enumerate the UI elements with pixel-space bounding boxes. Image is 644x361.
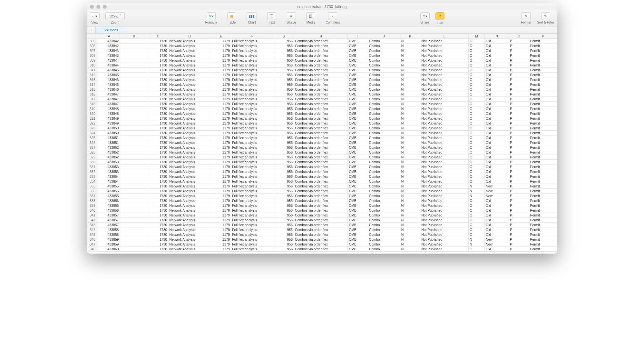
column-header-O[interactable]: O bbox=[509, 34, 529, 39]
cell[interactable]: Old bbox=[485, 135, 509, 140]
cell[interactable]: Not Published bbox=[420, 92, 469, 97]
cell[interactable]: CMB bbox=[348, 165, 368, 169]
cell[interactable]: New bbox=[485, 194, 509, 198]
cell[interactable]: Old bbox=[485, 223, 509, 227]
cell[interactable]: Network Analysis bbox=[168, 189, 211, 194]
cell[interactable]: Combo bbox=[368, 39, 400, 44]
cell[interactable]: CMB bbox=[348, 145, 368, 150]
cell[interactable]: 1179 bbox=[211, 87, 231, 92]
cell[interactable] bbox=[120, 155, 148, 160]
view-button[interactable]: ▭▾ bbox=[90, 12, 100, 20]
row-header[interactable]: 316 bbox=[87, 92, 98, 97]
cell[interactable]: 1179 bbox=[211, 126, 231, 131]
cell[interactable]: 1179 bbox=[211, 179, 231, 184]
row-header[interactable]: 314 bbox=[87, 82, 98, 87]
cell[interactable]: Not Published bbox=[420, 194, 469, 198]
cell[interactable]: Old bbox=[485, 126, 509, 131]
cell[interactable]: Old bbox=[485, 218, 509, 223]
cell[interactable] bbox=[120, 237, 148, 242]
cell[interactable]: 1179 bbox=[211, 58, 231, 63]
cell[interactable]: Network Analysis bbox=[168, 140, 211, 145]
cell[interactable] bbox=[120, 97, 148, 102]
add-sheet-button[interactable]: + bbox=[87, 26, 96, 33]
cell[interactable]: Full flex analysis bbox=[231, 189, 274, 194]
row-header[interactable]: 343 bbox=[87, 223, 98, 227]
cell[interactable]: 1179 bbox=[211, 82, 231, 87]
cell[interactable]: 1730 bbox=[148, 184, 168, 189]
row-header[interactable]: 331 bbox=[87, 165, 98, 169]
cell[interactable] bbox=[120, 63, 148, 68]
cell[interactable]: Combo bbox=[368, 111, 400, 116]
cell[interactable]: CMB bbox=[348, 92, 368, 97]
cell[interactable]: O bbox=[469, 121, 485, 126]
cell[interactable]: 433849 bbox=[98, 116, 120, 121]
cell[interactable]: CMB bbox=[348, 237, 368, 242]
cell[interactable]: P bbox=[509, 111, 529, 116]
column-header-P[interactable]: P bbox=[529, 34, 557, 39]
cell[interactable]: Full flex analysis bbox=[231, 53, 274, 58]
cell[interactable]: Permit bbox=[529, 63, 557, 68]
cell[interactable]: 433843 bbox=[98, 48, 120, 53]
cell[interactable]: Network Analysis bbox=[168, 169, 211, 174]
cell[interactable]: Network Analysis bbox=[168, 160, 211, 165]
cell[interactable]: Combos via order flex bbox=[294, 169, 348, 174]
cell[interactable] bbox=[120, 145, 148, 150]
cell[interactable]: 956 bbox=[274, 97, 294, 102]
cell[interactable]: 1730 bbox=[148, 237, 168, 242]
cell[interactable]: 956 bbox=[274, 145, 294, 150]
cell[interactable]: O bbox=[469, 213, 485, 218]
cell[interactable]: 433855 bbox=[98, 184, 120, 189]
cell[interactable]: CMB bbox=[348, 174, 368, 179]
cell[interactable]: Old bbox=[485, 232, 509, 237]
cell[interactable]: Combo bbox=[368, 242, 400, 247]
cell[interactable]: CMB bbox=[348, 218, 368, 223]
cell[interactable]: 956 bbox=[274, 106, 294, 111]
cell[interactable]: Old bbox=[485, 58, 509, 63]
cell[interactable]: Combos via order flex bbox=[294, 237, 348, 242]
cell[interactable]: 433846 bbox=[98, 82, 120, 87]
cell[interactable]: 956 bbox=[274, 87, 294, 92]
cell[interactable]: 1730 bbox=[148, 77, 168, 82]
cell[interactable]: CMB bbox=[348, 102, 368, 106]
cell[interactable]: Not Published bbox=[420, 87, 469, 92]
cell[interactable]: Combo bbox=[368, 174, 400, 179]
cell[interactable]: N bbox=[400, 160, 420, 165]
cell[interactable]: CMB bbox=[348, 121, 368, 126]
cell[interactable]: Not Published bbox=[420, 44, 469, 48]
cell[interactable]: 1179 bbox=[211, 97, 231, 102]
cell[interactable]: Combo bbox=[368, 135, 400, 140]
cell[interactable]: P bbox=[509, 140, 529, 145]
column-header-F[interactable]: F bbox=[231, 34, 274, 39]
cell[interactable]: Combos via order flex bbox=[294, 198, 348, 203]
cell[interactable]: Combos via order flex bbox=[294, 73, 348, 77]
cell[interactable]: 956 bbox=[274, 116, 294, 121]
row-header[interactable]: 332 bbox=[87, 169, 98, 174]
cell[interactable]: P bbox=[509, 44, 529, 48]
cell[interactable]: O bbox=[469, 116, 485, 121]
cell[interactable]: N bbox=[400, 242, 420, 247]
cell[interactable]: Network Analysis bbox=[168, 150, 211, 155]
column-header-H[interactable]: H bbox=[294, 34, 348, 39]
cell[interactable] bbox=[120, 213, 148, 218]
cell[interactable]: O bbox=[469, 218, 485, 223]
cell[interactable] bbox=[120, 218, 148, 223]
cell[interactable]: Permit bbox=[529, 242, 557, 247]
cell[interactable]: Not Published bbox=[420, 218, 469, 223]
cell[interactable]: P bbox=[509, 247, 529, 252]
cell[interactable]: 956 bbox=[274, 68, 294, 73]
share-button[interactable]: ⇪▾ bbox=[420, 12, 430, 20]
cell[interactable]: 1730 bbox=[148, 155, 168, 160]
cell[interactable]: Full flex analysis bbox=[231, 227, 274, 232]
cell[interactable]: Combos via order flex bbox=[294, 194, 348, 198]
cell[interactable]: Combos via order flex bbox=[294, 203, 348, 208]
cell[interactable]: CMB bbox=[348, 203, 368, 208]
cell[interactable]: P bbox=[509, 237, 529, 242]
cell[interactable]: Permit bbox=[529, 145, 557, 150]
cell[interactable]: CMB bbox=[348, 189, 368, 194]
cell[interactable]: 1179 bbox=[211, 135, 231, 140]
cell[interactable]: Old bbox=[485, 174, 509, 179]
cell[interactable]: Network Analysis bbox=[168, 63, 211, 68]
cell[interactable]: Full flex analysis bbox=[231, 44, 274, 48]
cell[interactable]: 433845 bbox=[98, 68, 120, 73]
cell[interactable]: 1730 bbox=[148, 140, 168, 145]
